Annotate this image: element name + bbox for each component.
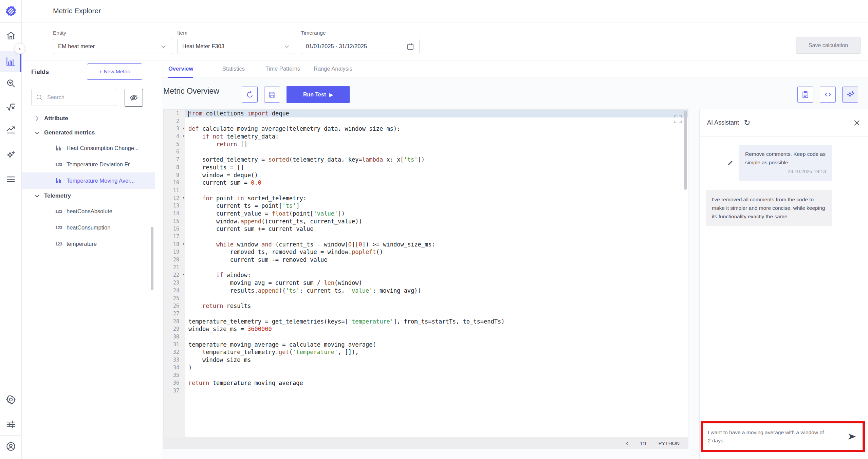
code-line[interactable]: 2 — [164, 117, 688, 125]
editor-scrollbar[interactable] — [684, 111, 687, 190]
code-line[interactable]: 21 — [164, 264, 688, 272]
code-line[interactable]: 1from collections import deque — [164, 110, 688, 117]
code-line[interactable]: 30 — [164, 333, 688, 341]
fold-marker-icon[interactable]: ▾ — [182, 271, 185, 279]
code-editor[interactable]: 1from collections import deque23▾def cal… — [163, 109, 688, 437]
code-line[interactable]: 22▾ if window: — [164, 271, 688, 279]
fold-marker-icon[interactable]: ▾ — [182, 125, 185, 132]
tree-item-label: heatConsAbsolute — [67, 208, 112, 215]
code-line[interactable]: 28temperature_telemetry = get_telemetrie… — [164, 318, 688, 326]
tab-statistics[interactable]: Statistics — [222, 60, 245, 77]
tree-item-temperature[interactable]: 123 temperature — [22, 236, 155, 252]
tab-label: Overview — [168, 66, 193, 72]
new-metric-button[interactable]: + New Metric — [87, 63, 142, 80]
toggle-hidden-fields-button[interactable] — [125, 89, 143, 107]
profile-icon[interactable] — [6, 441, 16, 452]
code-line[interactable]: 17 — [164, 233, 688, 241]
code-line[interactable]: 6 — [164, 148, 688, 156]
chat-input[interactable]: I want to have a moving average with a w… — [708, 428, 825, 445]
close-icon[interactable] — [853, 119, 861, 127]
code-line[interactable]: 5 return [] — [164, 141, 688, 148]
code-line[interactable]: 3▾def calculate_moving_average(telemetry… — [164, 125, 688, 133]
tab-range-analysis[interactable]: Range Analysis — [314, 60, 352, 77]
tree-item-heat-consumption-change[interactable]: Heat Consumption Change... — [22, 140, 155, 156]
tree-item-label: temperature — [67, 241, 97, 247]
code-line[interactable]: 25 — [164, 295, 688, 302]
code-line[interactable]: 13 current_ts = point['ts'] — [164, 202, 688, 210]
code-line[interactable]: 9 window = deque() — [164, 171, 688, 179]
tree-item-heatconsabsolute[interactable]: 123 heatConsAbsolute — [22, 203, 155, 219]
tab-overview[interactable]: Overview — [168, 60, 193, 78]
sidebar-item-metric-explorer[interactable] — [0, 51, 21, 72]
tree-item-temperature-deviation[interactable]: 123 Temperature Deviation Fr... — [22, 156, 155, 172]
clipboard-button[interactable] — [797, 87, 813, 103]
bar-chart-icon — [54, 177, 63, 184]
calendar-icon[interactable] — [406, 42, 414, 51]
preferences-sliders-icon[interactable] — [6, 419, 16, 429]
code-line[interactable]: 37 — [164, 387, 688, 395]
code-line[interactable]: 29window_size_ms = 3600000 — [164, 325, 688, 333]
fullscreen-expand-icon[interactable] — [672, 114, 683, 125]
language-label[interactable]: PYTHON — [658, 440, 680, 446]
send-icon[interactable] — [847, 432, 857, 442]
refresh-button[interactable] — [242, 87, 258, 103]
code-line[interactable]: 33 window_size_ms — [164, 356, 688, 364]
fold-marker-icon[interactable]: ▾ — [182, 194, 185, 202]
tree-item-temperature-moving-average[interactable]: Temperature Moving Aver... — [22, 172, 155, 189]
trend-line-icon[interactable] — [6, 125, 16, 135]
tree-section-telemetry[interactable]: Telemetry — [22, 189, 155, 203]
code-line[interactable]: 20 current_sum -= removed_value — [164, 256, 688, 264]
code-line[interactable]: 8 results = [] — [164, 164, 688, 171]
ai-assistant-button[interactable] — [842, 87, 858, 103]
settings-gear-icon[interactable] — [6, 394, 16, 405]
code-line[interactable]: 10 current_sum = 0.0 — [164, 179, 688, 187]
code-line[interactable]: 36return temperature_moving_average — [164, 379, 688, 387]
search-box[interactable] — [31, 89, 117, 106]
search-icon — [36, 94, 43, 101]
code-line[interactable]: 32 temperature_telemetry.get('temperatur… — [164, 348, 688, 356]
code-line[interactable]: 19 removed_ts, removed_value = window.po… — [164, 248, 688, 256]
code-line[interactable]: 31temperature_moving_average = calculate… — [164, 341, 688, 349]
fold-marker-icon[interactable]: ▾ — [182, 132, 185, 140]
ai-sparkles-icon[interactable] — [6, 150, 16, 160]
tree-item-label: heatConsumption — [67, 224, 110, 231]
code-line[interactable]: 24 results.append({'ts': current_ts, 'va… — [164, 287, 688, 295]
code-line[interactable]: 7 sorted_telemetry = sorted(telemetry_da… — [164, 156, 688, 164]
code-line[interactable]: 11 — [164, 187, 688, 195]
formula-sqrt-icon[interactable] — [6, 102, 16, 112]
code-line[interactable]: 18▾ while window and (current_ts - windo… — [164, 241, 688, 249]
save-script-button[interactable] — [264, 87, 280, 103]
code-line[interactable]: 15 window.append((current_ts, current_va… — [164, 218, 688, 225]
search-input[interactable] — [47, 94, 113, 101]
tab-time-patterns[interactable]: Time Patterns — [265, 60, 300, 77]
floppy-save-icon — [268, 91, 276, 99]
code-view-button[interactable] — [820, 87, 836, 103]
tree-item-heatconsumption[interactable]: 123 heatConsumption — [22, 219, 155, 236]
tree-section-generated-metrics[interactable]: Generated metrics — [22, 126, 155, 140]
code-line[interactable]: 12▾ for point in sorted_telemetry: — [164, 195, 688, 202]
menu-icon[interactable] — [6, 174, 16, 184]
code-line[interactable]: 27 — [164, 310, 688, 318]
code-line[interactable]: 14 current_value = float(point['value']) — [164, 210, 688, 218]
home-icon[interactable] — [6, 31, 16, 41]
code-line[interactable]: 16 current_sum += current_value — [164, 225, 688, 233]
item-select[interactable]: Heat Meter F303 — [177, 39, 295, 54]
expand-sidebar-button[interactable]: › — [14, 43, 25, 54]
code-line[interactable]: 23 moving_avg = current_sum / len(window… — [164, 279, 688, 287]
entity-select[interactable]: EM heat meter — [53, 39, 172, 54]
save-calculation-button[interactable]: Save calculation — [796, 37, 861, 54]
left-nav-rail — [0, 0, 22, 459]
code-line[interactable]: 35 — [164, 371, 688, 379]
refresh-chat-icon[interactable]: ↻ — [744, 119, 750, 127]
code-line[interactable]: 4▾ if not telemetry_data: — [164, 133, 688, 141]
code-line[interactable]: 26 return results — [164, 302, 688, 310]
run-test-button[interactable]: Run Test ▶ — [287, 86, 350, 103]
timerange-input[interactable]: 01/01/2025 - 31/12/2025 — [301, 39, 420, 54]
fields-panel-scrollbar[interactable] — [151, 227, 153, 290]
code-line[interactable]: 34) — [164, 364, 688, 372]
chevron-left-icon[interactable]: ‹ — [626, 440, 628, 446]
tree-section-attribute[interactable]: Attribute — [22, 111, 155, 126]
search-analytics-icon[interactable] — [6, 78, 16, 89]
app-logo-icon[interactable] — [5, 5, 17, 17]
fold-marker-icon[interactable]: ▾ — [182, 240, 185, 248]
